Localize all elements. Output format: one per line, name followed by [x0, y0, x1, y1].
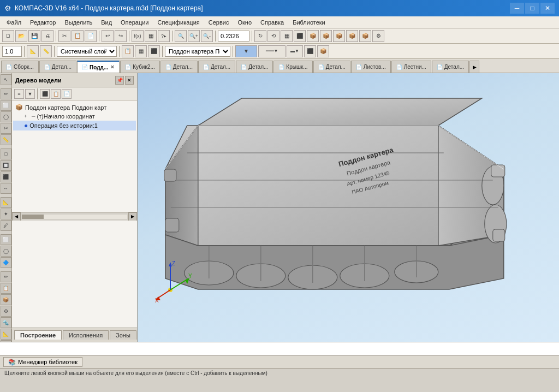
tb2-thickness[interactable]: ▬▼: [287, 45, 303, 57]
scroll-right-button[interactable]: ▶: [128, 212, 137, 221]
tab-kubik[interactable]: 📄 Кубик2...: [120, 61, 160, 73]
tb-view1[interactable]: ▦: [281, 30, 293, 42]
minimize-button[interactable]: ─: [510, 3, 524, 14]
tb-fx[interactable]: f(x): [132, 30, 144, 42]
tb-zoom-fit[interactable]: 🔍: [175, 30, 187, 42]
st-dropdown[interactable]: ▼: [25, 89, 35, 99]
tab-sborka[interactable]: 📄 Сборк...: [1, 61, 39, 73]
tb-redo[interactable]: ↪: [115, 30, 127, 42]
tab-close-poddon[interactable]: ✕: [110, 64, 115, 70]
tb-open[interactable]: 📂: [15, 30, 27, 42]
tb-3d-3[interactable]: 📦: [333, 30, 345, 42]
tb-3d-2[interactable]: 📦: [320, 30, 332, 42]
tb2-line[interactable]: ━━━▼: [258, 45, 286, 57]
lt-3d[interactable]: 📦: [1, 294, 11, 305]
tab-detal4[interactable]: 📄 Детал...: [236, 61, 273, 73]
sidebar-tab-build[interactable]: Построение: [14, 330, 62, 340]
tb2-btn2[interactable]: ▦: [135, 45, 147, 57]
tb-3d-1[interactable]: 📦: [307, 30, 319, 42]
sidebar-pin-button[interactable]: 📌: [115, 76, 124, 85]
tb-paste[interactable]: 📄: [85, 30, 97, 42]
tb-save[interactable]: 💾: [28, 30, 40, 42]
lt-cursor[interactable]: ↖: [1, 74, 11, 85]
tb-help-context[interactable]: ?▸: [158, 30, 170, 42]
tab-listov[interactable]: 📄 Листов...: [351, 61, 391, 73]
lt-diamond[interactable]: 🔷: [1, 257, 11, 268]
menu-select[interactable]: Выделить: [60, 18, 97, 27]
tb-view2[interactable]: ⬛: [294, 30, 306, 42]
menu-spec[interactable]: Спецификация: [153, 18, 204, 27]
lt-angle[interactable]: 📐: [1, 197, 11, 208]
menu-libraries[interactable]: Библиотеки: [288, 18, 330, 27]
tb-copy[interactable]: 📋: [72, 30, 84, 42]
tb-reset-view[interactable]: ⟲: [267, 30, 280, 42]
tb2-more2[interactable]: 📦: [317, 45, 329, 57]
menu-editor[interactable]: Редактор: [26, 18, 60, 27]
lt-draw2[interactable]: ⬜: [1, 100, 11, 111]
tb-print[interactable]: 🖨: [41, 30, 53, 42]
tabs-overflow-button[interactable]: ▶: [469, 61, 479, 73]
command-input[interactable]: [3, 346, 556, 352]
lt-draw1[interactable]: ✏: [1, 88, 11, 99]
tb2-snap2[interactable]: 📏: [40, 45, 52, 57]
lt-clipboard[interactable]: 📋: [1, 283, 11, 294]
tb-undo[interactable]: ↩: [102, 30, 114, 42]
lt-circle[interactable]: ◯: [1, 111, 11, 122]
menu-service[interactable]: Сервис: [204, 18, 234, 27]
lt-ruler[interactable]: 📏: [1, 340, 11, 342]
st-sort[interactable]: ⬛: [40, 89, 50, 99]
lt-rect2[interactable]: ⬜: [1, 234, 11, 245]
layer-dropdown[interactable]: Системный слой (0): [57, 46, 117, 57]
sidebar-close-button[interactable]: ✕: [125, 76, 134, 85]
scale-input[interactable]: [2, 46, 22, 57]
tab-kryshka[interactable]: 📄 Крышк...: [273, 61, 312, 73]
lt-fill[interactable]: ⬛: [1, 171, 11, 182]
lt-ellipse[interactable]: ◯: [1, 246, 11, 257]
st-menu[interactable]: ≡: [14, 89, 24, 99]
tb-3d-4[interactable]: 📦: [346, 30, 358, 42]
menu-view[interactable]: Вид: [97, 18, 116, 27]
tab-detal2[interactable]: 📄 Детал...: [160, 61, 198, 73]
tab-lestni[interactable]: 📄 Лестни...: [391, 61, 431, 73]
tree-item-operation[interactable]: ● Операция без истории:1: [13, 121, 136, 130]
tb2-btn3[interactable]: ⬛: [148, 45, 160, 57]
scroll-thumb[interactable]: [22, 215, 44, 219]
scroll-left-button[interactable]: ◀: [12, 212, 21, 221]
lt-star[interactable]: ✦: [1, 209, 11, 219]
3d-viewport[interactable]: Поддон картера Поддон картера Арт. номер…: [138, 73, 559, 342]
tab-detal3[interactable]: 📄 Детал...: [198, 61, 235, 73]
lt-pen[interactable]: 🖊: [1, 220, 11, 231]
lt-edit[interactable]: ✏: [1, 271, 11, 282]
tab-detal5[interactable]: 📄 Детал...: [313, 61, 350, 73]
tb-new[interactable]: 🗋: [2, 30, 14, 42]
tb2-snap1[interactable]: 📐: [27, 45, 39, 57]
lt-gear[interactable]: ⚙: [1, 306, 11, 317]
menu-operations[interactable]: Операции: [116, 18, 153, 27]
zoom-value-input[interactable]: [218, 31, 249, 41]
tb2-more1[interactable]: ⬛: [304, 45, 316, 57]
lt-arrow[interactable]: ↔: [1, 183, 11, 194]
tab-detal1[interactable]: 📄 Детал...: [39, 61, 76, 73]
tb2-color[interactable]: ▼: [235, 45, 257, 57]
sidebar-tab-zones[interactable]: Зоны: [110, 330, 136, 340]
lt-bolt[interactable]: 🔩: [1, 317, 11, 328]
tree-expand-origin[interactable]: +: [24, 114, 31, 119]
tab-detal6[interactable]: 📄 Детал...: [432, 61, 469, 73]
tb-3d-5[interactable]: 📦: [359, 30, 371, 42]
menu-help[interactable]: Справка: [256, 18, 288, 27]
library-manager-button[interactable]: 📚 Менеджер библиотек: [3, 357, 82, 367]
tree-item-model[interactable]: 📦 Поддон картера Поддон карт: [13, 103, 136, 112]
tb-table[interactable]: ▦: [145, 30, 157, 42]
st-filter[interactable]: 📋: [51, 89, 61, 99]
lt-hex[interactable]: ⬡: [1, 149, 11, 159]
maximize-button[interactable]: □: [525, 3, 539, 14]
lt-trim[interactable]: ✂: [1, 123, 11, 134]
tree-item-origin[interactable]: + ─ (т)Начало координат: [13, 112, 136, 121]
tb-settings[interactable]: ⚙: [372, 30, 384, 42]
tb2-btn1[interactable]: 📋: [122, 45, 134, 57]
lt-angle2[interactable]: 📐: [1, 329, 11, 340]
tab-poddon[interactable]: 📄 Подд... ✕: [77, 61, 120, 73]
menu-file[interactable]: Файл: [2, 18, 26, 27]
doc-dropdown[interactable]: Поддон картера По: [165, 46, 230, 57]
tb-cut[interactable]: ✂: [58, 30, 70, 42]
